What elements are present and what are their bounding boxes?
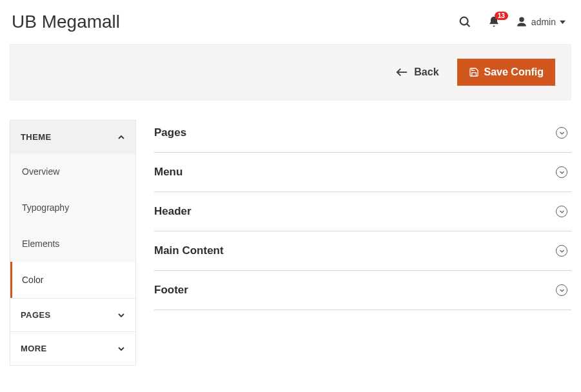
action-toolbar: Back Save Config [10, 44, 571, 101]
panel-label: Footer [154, 284, 188, 297]
chevron-down-icon [117, 345, 125, 353]
sidebar-header-theme[interactable]: THEME [10, 121, 135, 153]
save-config-button[interactable]: Save Config [457, 59, 555, 86]
sidebar-item-elements[interactable]: Elements [10, 226, 135, 262]
sidebar-section-label: PAGES [21, 310, 51, 320]
back-button[interactable]: Back [396, 66, 438, 78]
back-label: Back [414, 66, 438, 78]
chevron-down-icon [559, 130, 565, 136]
chevron-down-icon [559, 170, 565, 175]
panel-main-content[interactable]: Main Content [154, 231, 571, 271]
chevron-down-icon [559, 209, 565, 215]
sidebar-section-theme: THEME Overview Typography Elements Color [10, 120, 136, 299]
content-area: THEME Overview Typography Elements Color… [0, 101, 581, 378]
main-panel: Pages Menu Header Main Content Footer [154, 120, 571, 310]
sidebar-header-pages[interactable]: PAGES [10, 299, 136, 332]
arrow-left-icon [396, 68, 408, 77]
expand-toggle[interactable] [556, 166, 567, 178]
sidebar-section-label: THEME [21, 132, 52, 142]
panel-header[interactable]: Header [154, 192, 571, 231]
expand-toggle[interactable] [556, 206, 567, 217]
expand-toggle[interactable] [556, 245, 567, 257]
sidebar-item-typography[interactable]: Typography [10, 190, 135, 226]
page-title: UB Megamall [12, 12, 120, 32]
chevron-down-icon [559, 288, 565, 293]
sidebar: THEME Overview Typography Elements Color… [10, 120, 136, 366]
user-menu[interactable]: admin [516, 16, 566, 28]
chevron-down-icon [117, 311, 125, 319]
search-button[interactable] [458, 15, 472, 29]
sidebar-item-color[interactable]: Color [10, 262, 135, 298]
panel-label: Menu [154, 166, 182, 179]
sidebar-section-label: MORE [21, 344, 47, 353]
caret-down-icon [560, 19, 566, 25]
chevron-up-icon [117, 133, 125, 141]
notifications-button[interactable]: 13 [487, 15, 500, 28]
sidebar-header-more[interactable]: MORE [10, 332, 136, 366]
panel-label: Main Content [154, 244, 224, 257]
save-icon [469, 67, 479, 77]
save-label: Save Config [484, 66, 544, 78]
notification-badge: 13 [495, 12, 508, 20]
panel-menu[interactable]: Menu [154, 153, 571, 192]
search-icon [458, 15, 472, 29]
panel-label: Header [154, 205, 192, 218]
expand-toggle[interactable] [556, 284, 567, 296]
chevron-down-icon [559, 248, 565, 254]
page-header: UB Megamall 13 admin [0, 0, 581, 44]
panel-label: Pages [154, 126, 186, 139]
expand-toggle[interactable] [556, 127, 567, 139]
header-actions: 13 admin [458, 15, 566, 29]
svg-line-1 [467, 24, 469, 26]
panel-pages[interactable]: Pages [154, 120, 571, 153]
svg-point-0 [460, 17, 468, 25]
user-icon [516, 16, 527, 28]
panel-footer[interactable]: Footer [154, 271, 571, 310]
sidebar-items-theme: Overview Typography Elements Color [10, 153, 135, 298]
user-label: admin [531, 17, 556, 27]
sidebar-item-overview[interactable]: Overview [10, 153, 135, 190]
